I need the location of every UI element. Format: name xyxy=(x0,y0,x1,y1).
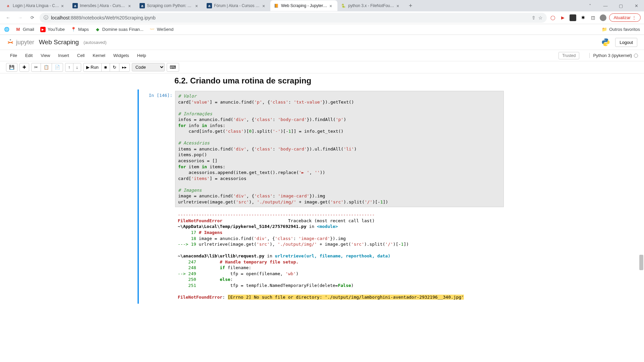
address-bar[interactable]: ⓘ localhost:8889/notebooks/Web%20Scrapin… xyxy=(40,13,547,23)
menu-view[interactable]: View xyxy=(37,51,54,60)
code-input[interactable]: # Valor card['value'] = anuncio.find('p'… xyxy=(175,91,504,207)
cell-type-select[interactable]: Code xyxy=(132,63,165,71)
tab-1[interactable]: aImersões | Alura - Cursos on× xyxy=(69,0,136,11)
bookmark-item[interactable]: 📍Maps xyxy=(71,27,89,32)
back-button[interactable]: ← xyxy=(3,13,13,22)
close-icon[interactable]: × xyxy=(262,3,267,8)
logout-button[interactable]: Logout xyxy=(615,38,637,47)
info-icon: ⓘ xyxy=(44,15,48,21)
command-palette-button[interactable]: ⌨ xyxy=(167,63,179,71)
tab-3[interactable]: aFórum | Alura - Cursos onlin× xyxy=(203,0,270,11)
close-icon[interactable]: × xyxy=(329,3,334,8)
cell-prompt: In [146]: xyxy=(142,91,175,207)
save-button[interactable]: 💾 xyxy=(6,63,17,71)
bookmark-item[interactable]: 🌐 xyxy=(4,27,9,32)
maximize-icon[interactable]: ▢ xyxy=(613,0,629,11)
run-button[interactable]: ▶ Run xyxy=(84,63,102,71)
close-icon[interactable]: × xyxy=(61,3,66,8)
document-title[interactable]: Web Scraping xyxy=(39,39,79,46)
extension-icon[interactable]: ◯ xyxy=(549,14,556,21)
extension-icon[interactable]: ▶ xyxy=(559,14,566,21)
paste-button[interactable]: 📄 xyxy=(52,63,63,71)
tab-2[interactable]: aScraping com Python: colet× xyxy=(136,0,203,11)
bookmark-item[interactable]: ▶YouTube xyxy=(40,27,65,32)
menu-help[interactable]: Help xyxy=(133,51,150,60)
reload-button[interactable]: ⟳ xyxy=(28,13,37,22)
close-icon[interactable]: × xyxy=(396,3,401,8)
bookmarks-bar: 🌐 MGmail ▶YouTube 📍Maps ◆Domine suas Fin… xyxy=(0,24,644,35)
bookmark-item[interactable]: ◆Domine suas Finan... xyxy=(95,27,144,32)
extensions-button[interactable]: ✱ xyxy=(580,14,586,21)
other-bookmarks[interactable]: 📁Outros favoritos xyxy=(602,27,640,32)
move-up-button[interactable]: ↑ xyxy=(65,63,73,71)
autosave-status: (autosaved) xyxy=(84,40,107,45)
menu-insert[interactable]: Insert xyxy=(54,51,73,60)
sidepanel-icon[interactable]: ◫ xyxy=(590,14,596,21)
svg-point-2 xyxy=(607,45,607,45)
copy-button[interactable]: 📋 xyxy=(41,63,52,71)
svg-point-1 xyxy=(604,39,605,40)
jupyter-icon xyxy=(7,39,14,46)
close-icon[interactable]: × xyxy=(128,3,133,8)
bookmark-item[interactable]: MGmail xyxy=(15,27,34,32)
jupyter-logo[interactable]: jupyter xyxy=(7,39,34,46)
scrollbar-thumb[interactable] xyxy=(639,255,643,270)
tab-4[interactable]: 📙Web Scraping - Jupyter Not× xyxy=(270,0,337,11)
star-icon[interactable]: ☆ xyxy=(538,15,543,20)
trusted-badge[interactable]: Trusted xyxy=(558,52,579,59)
minimize-icon[interactable]: — xyxy=(598,0,613,11)
menu-widgets[interactable]: Widgets xyxy=(109,51,133,60)
cut-button[interactable]: ✂ xyxy=(32,63,41,71)
insert-cell-button[interactable]: ✚ xyxy=(20,63,29,71)
menu-edit[interactable]: Edit xyxy=(21,51,37,60)
code-cell[interactable]: In [146]: # Valor card['value'] = anunci… xyxy=(138,89,506,208)
forward-button[interactable]: → xyxy=(15,13,25,22)
extension-icon[interactable] xyxy=(570,14,576,21)
move-down-button[interactable]: ↓ xyxy=(73,63,81,71)
menu-file[interactable]: File xyxy=(6,51,21,60)
close-window-icon[interactable]: ✕ xyxy=(629,0,644,11)
cell-output: ----------------------------------------… xyxy=(138,208,506,303)
chevron-down-icon[interactable]: ˅ xyxy=(582,0,598,11)
close-icon[interactable]: × xyxy=(195,3,200,8)
bookmark-item[interactable]: 〰WeSend xyxy=(150,27,174,32)
kernel-status-icon xyxy=(634,54,638,58)
menu-cell[interactable]: Cell xyxy=(73,51,89,60)
profile-icon[interactable] xyxy=(600,14,606,21)
update-button[interactable]: Atualizar⋮ xyxy=(609,13,641,22)
tab-5[interactable]: 🐍python 3.x - FileNotFoundE× xyxy=(337,0,405,11)
interrupt-button[interactable]: ■ xyxy=(102,63,110,71)
restart-button[interactable]: ↻ xyxy=(110,63,119,71)
new-tab-button[interactable]: + xyxy=(406,1,415,10)
section-heading: 6.2. Criando uma rotina de scraping xyxy=(174,76,470,85)
kernel-indicator[interactable]: Python 3 (ipykernel) xyxy=(589,53,638,58)
browser-tabs: aLogin | Alura Língua - Curso× aImersões… xyxy=(0,0,644,11)
restart-run-button[interactable]: ▸▸ xyxy=(119,63,129,71)
tab-0[interactable]: aLogin | Alura Língua - Curso× xyxy=(2,0,69,11)
python-icon xyxy=(601,38,610,47)
menu-kernel[interactable]: Kernel xyxy=(89,51,109,60)
svg-point-0 xyxy=(10,39,11,41)
share-icon[interactable]: ⇧ xyxy=(532,15,536,20)
traceback-output: ----------------------------------------… xyxy=(175,210,504,302)
